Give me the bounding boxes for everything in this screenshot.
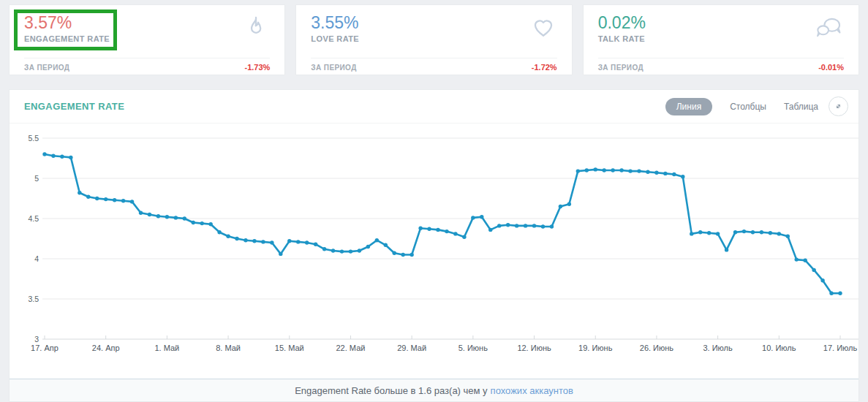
data-point[interactable] <box>60 155 64 159</box>
data-point[interactable] <box>786 235 790 238</box>
data-point[interactable] <box>820 278 824 282</box>
data-point[interactable] <box>541 224 545 228</box>
data-point[interactable] <box>208 222 212 226</box>
data-point[interactable] <box>506 223 510 227</box>
data-point[interactable] <box>445 230 448 233</box>
data-point[interactable] <box>654 171 658 175</box>
data-point[interactable] <box>488 228 492 232</box>
expand-button[interactable] <box>829 96 848 116</box>
data-point[interactable] <box>532 224 536 227</box>
data-point[interactable] <box>769 231 772 235</box>
data-point[interactable] <box>174 216 178 219</box>
data-point[interactable] <box>716 232 720 235</box>
data-point[interactable] <box>42 152 46 156</box>
line-chart[interactable]: 33.544.555.517. Апр24. Апр1. Май8. Май15… <box>10 124 858 379</box>
data-point[interactable] <box>86 195 90 199</box>
data-point[interactable] <box>559 205 562 208</box>
data-point[interactable] <box>480 215 483 219</box>
data-point[interactable] <box>725 248 728 251</box>
data-point[interactable] <box>252 239 256 243</box>
data-point[interactable] <box>217 230 221 234</box>
data-point[interactable] <box>567 202 571 206</box>
data-point[interactable] <box>226 235 230 238</box>
data-point[interactable] <box>742 230 746 233</box>
data-point[interactable] <box>95 197 99 200</box>
data-point[interactable] <box>401 253 404 257</box>
data-point[interactable] <box>829 292 833 295</box>
data-point[interactable] <box>515 224 518 227</box>
data-point[interactable] <box>270 240 273 244</box>
data-point[interactable] <box>200 221 204 225</box>
tab-table[interactable]: Таблица <box>784 102 818 112</box>
data-point[interactable] <box>375 238 379 242</box>
data-point[interactable] <box>637 169 641 172</box>
data-point[interactable] <box>838 292 842 295</box>
data-point[interactable] <box>733 230 737 234</box>
data-point[interactable] <box>427 227 431 231</box>
data-point[interactable] <box>113 198 116 202</box>
data-point[interactable] <box>314 243 317 246</box>
data-point[interactable] <box>148 213 151 216</box>
data-point[interactable] <box>751 230 755 234</box>
data-point[interactable] <box>550 224 554 228</box>
data-point[interactable] <box>165 215 169 219</box>
data-point[interactable] <box>322 247 326 251</box>
data-point[interactable] <box>663 172 667 175</box>
tab-columns[interactable]: Столбцы <box>730 102 766 112</box>
data-point[interactable] <box>183 216 186 220</box>
data-point[interactable] <box>585 168 589 172</box>
data-point[interactable] <box>462 235 466 239</box>
data-point[interactable] <box>279 252 282 256</box>
data-point[interactable] <box>366 245 370 249</box>
data-point[interactable] <box>795 257 799 261</box>
data-point[interactable] <box>594 167 597 171</box>
data-point[interactable] <box>78 191 81 194</box>
data-point[interactable] <box>698 230 702 234</box>
line-chart-svg[interactable]: 33.544.555.517. Апр24. Апр1. Май8. Май15… <box>10 124 858 379</box>
data-point[interactable] <box>453 232 457 235</box>
data-point[interactable] <box>524 224 527 227</box>
data-point[interactable] <box>760 230 763 234</box>
similar-accounts-link[interactable]: похожих аккаунтов <box>491 385 573 396</box>
data-point[interactable] <box>384 243 388 247</box>
data-point[interactable] <box>340 249 344 253</box>
data-point[interactable] <box>331 249 335 252</box>
data-point[interactable] <box>602 168 605 172</box>
data-point[interactable] <box>576 169 580 172</box>
data-point[interactable] <box>296 240 300 243</box>
data-point[interactable] <box>812 268 815 272</box>
data-point[interactable] <box>192 221 195 224</box>
data-point[interactable] <box>349 249 352 253</box>
data-point[interactable] <box>803 259 807 262</box>
data-point[interactable] <box>51 154 55 158</box>
data-point[interactable] <box>305 240 309 244</box>
data-point[interactable] <box>628 169 632 172</box>
data-point[interactable] <box>261 240 265 243</box>
data-point[interactable] <box>130 200 134 203</box>
data-point[interactable] <box>707 231 711 235</box>
data-point[interactable] <box>235 237 238 240</box>
data-point[interactable] <box>681 175 684 178</box>
data-point[interactable] <box>471 216 475 219</box>
data-point[interactable] <box>393 251 396 255</box>
data-point[interactable] <box>104 197 107 201</box>
series-line[interactable] <box>45 154 840 293</box>
data-point[interactable] <box>139 211 143 215</box>
data-point[interactable] <box>672 172 676 176</box>
data-point[interactable] <box>777 232 781 235</box>
data-point[interactable] <box>156 214 160 218</box>
data-point[interactable] <box>611 168 614 172</box>
data-point[interactable] <box>410 253 413 257</box>
data-point[interactable] <box>418 227 422 230</box>
data-point[interactable] <box>121 199 125 202</box>
data-point[interactable] <box>646 170 649 174</box>
data-point[interactable] <box>69 156 72 159</box>
data-point[interactable] <box>619 168 623 172</box>
data-point[interactable] <box>244 238 247 242</box>
data-point[interactable] <box>436 228 439 232</box>
tab-line[interactable]: Линия <box>665 98 712 115</box>
data-point[interactable] <box>287 239 291 243</box>
data-point[interactable] <box>358 249 361 252</box>
data-point[interactable] <box>497 224 501 227</box>
data-point[interactable] <box>690 232 693 235</box>
